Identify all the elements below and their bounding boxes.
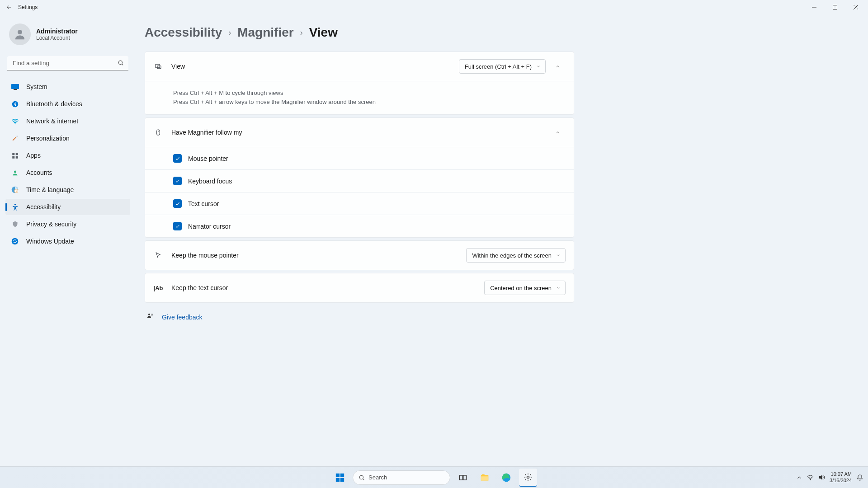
nav-list: System Bluetooth & devices Network & int… — [5, 79, 130, 249]
svg-rect-34 — [481, 476, 489, 480]
apps-icon — [11, 151, 19, 160]
window-controls — [804, 0, 866, 14]
content: Accessibility › Magnifier › View View Fu… — [136, 14, 592, 466]
sidebar-item-label: Time & language — [26, 186, 74, 193]
maximize-button[interactable] — [825, 0, 845, 14]
text-cursor-label: Keep the text cursor — [171, 284, 484, 291]
svg-rect-12 — [15, 153, 18, 155]
sidebar-item-label: Personalization — [26, 135, 70, 142]
file-explorer-button[interactable] — [476, 469, 494, 487]
taskbar-search[interactable]: Search — [353, 470, 450, 485]
svg-rect-29 — [340, 478, 344, 481]
sidebar-item-network[interactable]: Network & internet — [5, 113, 130, 129]
sidebar-item-apps[interactable]: Apps — [5, 147, 130, 164]
checkbox-checked — [173, 154, 182, 163]
text-cursor-dropdown[interactable]: Centered on the screen — [484, 281, 566, 295]
user-subtitle: Local Account — [36, 35, 78, 41]
sidebar-item-system[interactable]: System — [5, 79, 130, 95]
check-label: Narrator cursor — [188, 223, 231, 230]
breadcrumb-magnifier[interactable]: Magnifier — [237, 25, 293, 40]
taskbar: Search 10:07 AM 3/16/2024 — [0, 466, 868, 488]
close-button[interactable] — [845, 0, 866, 14]
user-block[interactable]: Administrator Local Account — [5, 18, 130, 52]
start-button[interactable] — [331, 469, 349, 487]
sidebar-item-accounts[interactable]: Accounts — [5, 164, 130, 181]
sidebar-item-update[interactable]: Windows Update — [5, 233, 130, 249]
sidebar-item-privacy[interactable]: Privacy & security — [5, 216, 130, 232]
feedback-link: Give feedback — [162, 314, 203, 321]
check-text-cursor[interactable]: Text cursor — [145, 192, 574, 215]
feedback-row[interactable]: Give feedback — [145, 305, 574, 330]
view-label: View — [171, 63, 459, 70]
avatar — [9, 23, 31, 45]
brush-icon — [11, 134, 19, 142]
collapse-button[interactable] — [550, 59, 566, 74]
chevron-down-icon — [556, 285, 561, 291]
svg-point-5 — [118, 61, 122, 64]
mouse-pointer-row: Keep the mouse pointer Within the edges … — [145, 241, 574, 270]
follow-label: Have Magnifier follow my — [171, 129, 546, 136]
check-mouse-pointer[interactable]: Mouse pointer — [145, 147, 574, 169]
minimize-button[interactable] — [804, 0, 825, 14]
sidebar-item-bluetooth[interactable]: Bluetooth & devices — [5, 96, 130, 112]
view-dropdown[interactable]: Full screen (Ctrl + Alt + F) — [459, 59, 546, 74]
clock[interactable]: 10:07 AM 3/16/2024 — [830, 471, 852, 483]
info-line-1: Press Ctrl + Alt + M to cycle through vi… — [173, 89, 566, 98]
text-cursor-card: |Ab Keep the text cursor Centered on the… — [145, 273, 574, 303]
titlebar: Settings — [0, 0, 868, 14]
notification-icon[interactable] — [856, 474, 863, 481]
svg-rect-22 — [157, 66, 161, 69]
shield-icon — [11, 220, 19, 228]
view-row: View Full screen (Ctrl + Alt + F) — [145, 52, 574, 81]
mouse-icon — [153, 129, 163, 136]
chevron-up-icon[interactable] — [796, 474, 802, 481]
check-narrator-cursor[interactable]: Narrator cursor — [145, 215, 574, 237]
svg-point-4 — [18, 30, 22, 34]
search-input[interactable] — [7, 56, 128, 70]
sidebar: Administrator Local Account System Bluet — [0, 14, 136, 466]
search-icon — [118, 60, 124, 68]
clock-globe-icon — [11, 186, 19, 194]
taskbar-search-label: Search — [368, 474, 387, 481]
date-text: 3/16/2024 — [830, 478, 852, 483]
window-title: Settings — [18, 4, 38, 10]
speaker-tray-icon — [818, 474, 825, 481]
svg-rect-7 — [11, 84, 19, 89]
view-icon — [153, 63, 163, 70]
chevron-down-icon — [536, 63, 541, 70]
sidebar-item-accessibility[interactable]: Accessibility — [5, 199, 130, 215]
collapse-button[interactable] — [550, 125, 566, 140]
task-view-button[interactable] — [454, 469, 472, 487]
check-keyboard-focus[interactable]: Keyboard focus — [145, 169, 574, 192]
sidebar-item-time[interactable]: Time & language — [5, 182, 130, 198]
back-button[interactable] — [2, 0, 16, 14]
mouse-pointer-dropdown[interactable]: Within the edges of the screen — [466, 248, 566, 263]
dropdown-value: Centered on the screen — [490, 285, 552, 291]
svg-point-25 — [148, 314, 150, 315]
accessibility-icon — [11, 203, 19, 211]
sidebar-item-label: Apps — [26, 152, 41, 159]
edge-button[interactable] — [497, 469, 515, 487]
text-cursor-row: |Ab Keep the text cursor Centered on the… — [145, 273, 574, 302]
sidebar-item-label: Bluetooth & devices — [26, 100, 82, 108]
svg-rect-23 — [157, 130, 160, 135]
svg-point-30 — [359, 475, 363, 479]
feedback-icon — [146, 313, 155, 322]
system-tray[interactable]: 10:07 AM 3/16/2024 — [796, 471, 863, 483]
svg-point-10 — [14, 123, 15, 124]
system-icon — [11, 83, 19, 91]
follow-row: Have Magnifier follow my — [145, 118, 574, 147]
svg-rect-27 — [340, 473, 344, 477]
follow-card: Have Magnifier follow my Mouse pointer K… — [145, 117, 574, 238]
sidebar-item-personalization[interactable]: Personalization — [5, 130, 130, 146]
settings-button[interactable] — [519, 469, 537, 487]
sidebar-item-label: Windows Update — [26, 238, 74, 245]
update-icon — [11, 237, 19, 245]
svg-rect-33 — [463, 475, 467, 480]
dropdown-value: Within the edges of the screen — [472, 252, 552, 259]
view-info: Press Ctrl + Alt + M to cycle through vi… — [145, 81, 574, 114]
mouse-pointer-label: Keep the mouse pointer — [171, 252, 466, 259]
chevron-right-icon: › — [228, 28, 231, 38]
svg-point-20 — [12, 238, 19, 245]
breadcrumb-accessibility[interactable]: Accessibility — [145, 25, 222, 40]
